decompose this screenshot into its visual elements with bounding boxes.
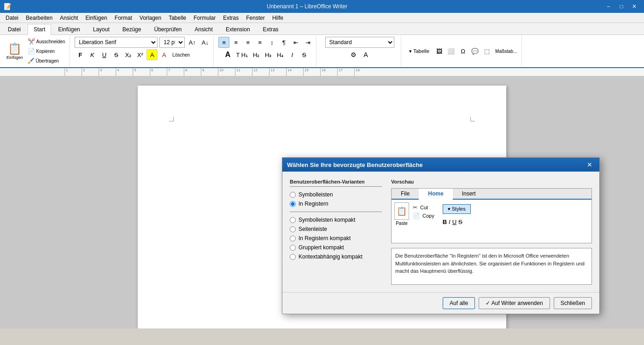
heading1-button[interactable]: T H₁ [234, 49, 250, 60]
menu-extras[interactable]: Extras [219, 13, 242, 23]
radio-in-registern[interactable] [290, 201, 296, 207]
style-select[interactable]: Standard [325, 37, 394, 48]
ribbon: 📋 Einfügen ✂️ Ausschneiden 📄 Kopieren 🖌️… [0, 35, 644, 68]
indent-right-button[interactable]: ⇥ [302, 37, 313, 48]
option-gruppiert-kompakt[interactable]: Gruppiert kompakt [290, 244, 382, 251]
pilcrow-button[interactable]: ¶ [278, 37, 289, 48]
close-button[interactable]: Schließen [554, 297, 592, 309]
ruler-mark: 12 [252, 68, 269, 76]
cut-button[interactable]: ✂️ Ausschneiden [26, 37, 67, 46]
align-left-button[interactable]: ≡ [218, 37, 229, 48]
menu-datei[interactable]: Datei [2, 13, 22, 23]
preview-italic: I [449, 218, 451, 225]
menu-tabelle[interactable]: Tabelle [165, 13, 190, 23]
preview-tab-file[interactable]: File [392, 189, 419, 199]
menu-bearbeiten[interactable]: Bearbeiten [22, 13, 56, 23]
indent-left-button[interactable]: ⇤ [290, 37, 301, 48]
paste-button[interactable]: 📋 Einfügen [5, 41, 25, 61]
menu-hilfe[interactable]: Hilfe [269, 13, 287, 23]
apply-writer-button[interactable]: ✓ Auf Writer anwenden [479, 297, 550, 309]
preview-tab-insert[interactable]: Insert [453, 189, 485, 199]
highlight-button[interactable]: A [146, 49, 158, 60]
justify-button[interactable]: ≡ [254, 37, 265, 48]
underline-button[interactable]: U [99, 49, 110, 60]
font-size-select[interactable]: 12 pt [159, 37, 185, 48]
preview-tab-home[interactable]: Home [419, 189, 452, 200]
align-right-button[interactable]: ≡ [242, 37, 253, 48]
dialog-close-button[interactable]: ✕ [585, 160, 595, 170]
maximize-button[interactable]: □ [615, 2, 627, 11]
tab-extras[interactable]: Extras [257, 24, 285, 34]
image-button[interactable]: 🖼 [433, 46, 445, 57]
italic-button[interactable]: K [87, 49, 98, 60]
copy-button[interactable]: 📄 Kopieren [26, 47, 67, 56]
insert-table-button[interactable]: ▾ Tabelle [406, 46, 433, 57]
menu-ansicht[interactable]: Ansicht [56, 13, 82, 23]
zoom-button[interactable]: Maßstab... [493, 46, 519, 57]
radio-gruppiert-kompakt[interactable] [290, 245, 296, 251]
ruler-mark: 4 [116, 68, 133, 76]
comment-button[interactable]: 💬 [469, 46, 480, 57]
option-in-registern[interactable]: In Registern [290, 201, 382, 207]
minimize-button[interactable]: – [603, 2, 615, 11]
ui-dialog[interactable]: Wählen Sie Ihre bevorzugte Benutzeroberf… [282, 157, 600, 314]
radio-in-registern-kompakt[interactable] [290, 236, 296, 242]
italic2-button[interactable]: I [287, 49, 298, 60]
menu-format[interactable]: Format [111, 13, 136, 23]
description-text: Die Benutzeroberfläche "In Registern" is… [395, 253, 585, 274]
option-seitenleiste[interactable]: Seitenleiste [290, 226, 382, 232]
ruler: 1 2 3 4 5 6 7 8 9 10 11 12 13 14 15 16 1… [0, 68, 644, 76]
option-gruppiert-kompakt-label: Gruppiert kompakt [299, 244, 344, 251]
radio-kontextabhaengig-kompakt[interactable] [290, 254, 296, 260]
delete-btn[interactable]: Löschen [170, 49, 192, 60]
menu-fenster[interactable]: Fenster [242, 13, 269, 23]
special-char-button[interactable]: Ω [457, 46, 468, 57]
strikethrough-button[interactable]: S [111, 49, 122, 60]
heading3-button[interactable]: H₃ [263, 49, 274, 60]
bold-button[interactable]: F [75, 49, 86, 60]
subscript-button[interactable]: X₂ [123, 49, 134, 60]
close-button[interactable]: ✕ [628, 2, 640, 11]
ruler-mark: 1 [64, 68, 82, 76]
transfer-icon: 🖌️ [28, 58, 35, 64]
font-name-select[interactable]: Liberation Serif [75, 37, 158, 48]
option-symbolleisten[interactable]: Symbolleisten [290, 191, 382, 198]
manage-styles-button[interactable]: ⚙ [348, 49, 359, 60]
ribbon-group-clipboard: 📋 Einfügen ✂️ Ausschneiden 📄 Kopieren 🖌️… [2, 36, 70, 66]
tab-bezuege[interactable]: Bezüge [117, 24, 147, 34]
transfer-button[interactable]: 🖌️ Übertragen [26, 57, 67, 65]
ribbon-group-paragraph: ≡ ≡ ≡ ≡ ↕ ¶ ⇤ ⇥ A T H₁ H₂ H₃ H₄ I S [216, 36, 316, 66]
font-color-button[interactable]: A [158, 49, 170, 60]
menu-formular[interactable]: Formular [190, 13, 219, 23]
tab-layout[interactable]: Layout [87, 24, 116, 34]
menu-vorlagen[interactable]: Vorlagen [136, 13, 165, 23]
tab-start[interactable]: Start [28, 24, 51, 35]
radio-symbolleisten[interactable] [290, 192, 296, 198]
apply-all-button[interactable]: Auf alle [443, 297, 475, 309]
menu-einfuegen[interactable]: Einfügen [82, 13, 111, 23]
option-symbolleisten-kompakt[interactable]: Symbolleisten kompakt [290, 217, 382, 223]
line-spacing-button[interactable]: ↕ [266, 37, 277, 48]
option-kontextabhaengig-kompakt[interactable]: Kontextabhängig kompakt [290, 253, 382, 260]
radio-symbolleisten-kompakt[interactable] [290, 217, 296, 223]
tab-ansicht[interactable]: Ansicht [189, 24, 219, 34]
header-footer-button[interactable]: ⬚ [481, 46, 492, 57]
tab-datei[interactable]: Datei [2, 24, 27, 34]
option-in-registern-kompakt[interactable]: In Registern kompakt [290, 235, 382, 242]
increase-font-btn[interactable]: A↑ [187, 37, 198, 48]
large-A-button[interactable]: A [222, 49, 234, 60]
radio-seitenleiste[interactable] [290, 226, 296, 232]
tab-extension[interactable]: Extension [220, 24, 256, 34]
tab-einfuegen[interactable]: Einfügen [52, 24, 86, 34]
align-center-button[interactable]: ≡ [230, 37, 241, 48]
heading4-button[interactable]: H₄ [275, 49, 286, 60]
decrease-font-btn[interactable]: A↓ [199, 37, 211, 48]
superscript-button[interactable]: X² [135, 49, 146, 60]
preview-strikethrough: S [458, 218, 463, 225]
shape-button[interactable]: ⬜ [445, 46, 457, 57]
tab-ueberpruefen[interactable]: Überprüfen [148, 24, 187, 34]
strikethrough2-button[interactable]: S [299, 49, 310, 60]
font-effects-button[interactable]: A [360, 49, 371, 60]
heading2-button[interactable]: H₂ [251, 49, 262, 60]
ruler-mark: 5 [133, 68, 150, 76]
